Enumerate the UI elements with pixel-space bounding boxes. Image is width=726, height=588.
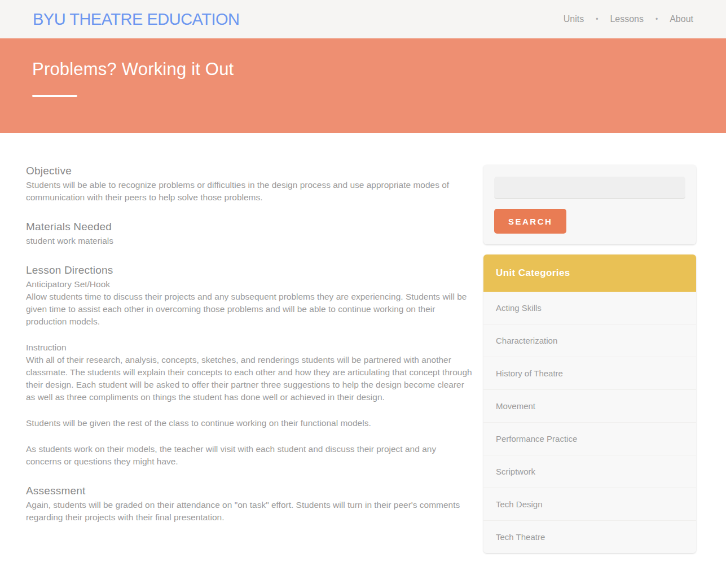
unit-categories-card: Unit Categories Acting Skills Characteri… [483, 254, 696, 553]
sidebar: SEARCH Unit Categories Acting Skills Cha… [483, 165, 696, 553]
section-objective: Objective Students will be able to recog… [26, 165, 473, 204]
category-item-history-of-theatre[interactable]: History of Theatre [483, 357, 696, 389]
unit-categories-list: Acting Skills Characterization History o… [483, 292, 696, 553]
nav-item-lessons[interactable]: Lessons [610, 14, 644, 24]
nav-separator-dot: • [596, 15, 598, 23]
lesson-block: Anticipatory Set/Hook Allow students tim… [26, 278, 473, 328]
lesson-article: Objective Students will be able to recog… [26, 165, 474, 541]
block-text: Students will be given the rest of the c… [26, 417, 473, 429]
section-heading: Lesson Directions [26, 264, 473, 277]
section-text: Again, students will be graded on their … [26, 499, 473, 524]
nav-item-about[interactable]: About [670, 14, 693, 24]
block-label: Anticipatory Set/Hook [26, 278, 473, 291]
page-title: Problems? Working it Out [32, 59, 694, 80]
block-text: Allow students time to discuss their pro… [26, 291, 473, 328]
unit-categories-title: Unit Categories [483, 254, 696, 292]
category-item-tech-theatre[interactable]: Tech Theatre [483, 520, 696, 553]
hero-banner: Problems? Working it Out [0, 38, 726, 133]
site-logo[interactable]: BYU THEATRE EDUCATION [33, 10, 240, 29]
site-header: BYU THEATRE EDUCATION Units • Lessons • … [0, 0, 726, 38]
category-item-tech-design[interactable]: Tech Design [483, 488, 696, 520]
block-label: Instruction [26, 341, 473, 354]
section-heading: Assessment [26, 485, 473, 497]
nav-separator-dot: • [655, 15, 658, 23]
search-input[interactable] [494, 177, 685, 199]
section-materials: Materials Needed student work materials [26, 221, 473, 247]
search-button[interactable]: SEARCH [494, 209, 566, 234]
nav-item-units[interactable]: Units [564, 14, 584, 24]
section-assessment: Assessment Again, students will be grade… [26, 485, 473, 524]
lesson-block: As students work on their models, the te… [26, 443, 473, 468]
block-text: With all of their research, analysis, co… [26, 354, 473, 403]
main-nav: Units • Lessons • About [564, 14, 693, 24]
title-underline [32, 95, 77, 97]
category-item-scriptwork[interactable]: Scriptwork [483, 455, 696, 488]
page-content: Objective Students will be able to recog… [0, 133, 726, 577]
lesson-block: Students will be given the rest of the c… [26, 417, 473, 429]
category-item-characterization[interactable]: Characterization [483, 324, 696, 357]
section-heading: Objective [26, 165, 473, 177]
category-item-movement[interactable]: Movement [483, 389, 696, 422]
section-text: Students will be able to recognize probl… [26, 179, 473, 204]
block-text: As students work on their models, the te… [26, 443, 473, 468]
section-text: student work materials [26, 235, 473, 247]
lesson-block: Instruction With all of their research, … [26, 341, 473, 403]
section-lesson-directions: Lesson Directions Anticipatory Set/Hook … [26, 264, 473, 468]
section-heading: Materials Needed [26, 221, 473, 233]
search-card: SEARCH [483, 165, 696, 244]
category-item-performance-practice[interactable]: Performance Practice [483, 422, 696, 455]
category-item-acting-skills[interactable]: Acting Skills [483, 292, 696, 324]
